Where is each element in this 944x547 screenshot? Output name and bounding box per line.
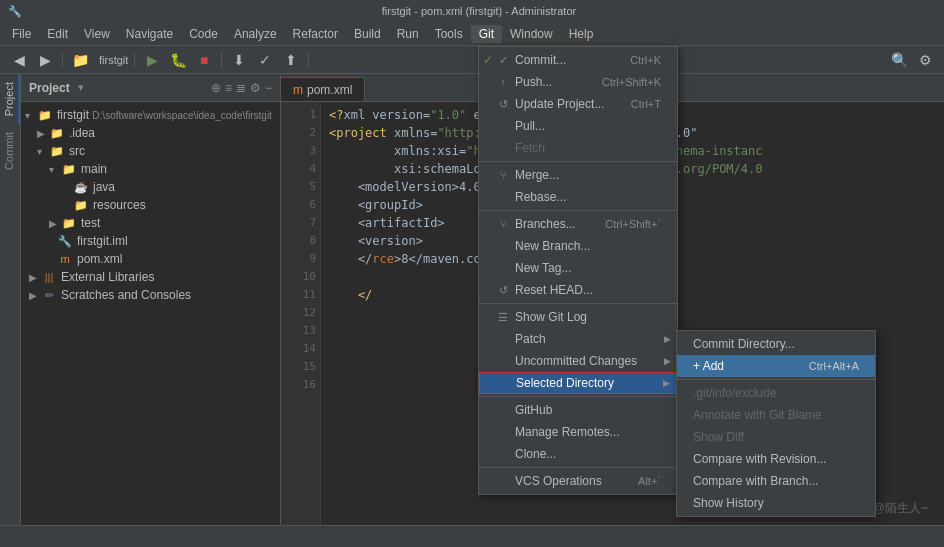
subdir-compare-revision[interactable]: Compare with Revision... — [677, 448, 875, 470]
git-menu-commit[interactable]: ✓ Commit... Ctrl+K — [479, 49, 677, 71]
git-update-label: Update Project... — [515, 97, 604, 111]
tree-item-pom-xml[interactable]: ▶ m pom.xml — [21, 250, 280, 268]
git-push-shortcut: Ctrl+Shift+K — [602, 76, 661, 88]
git-reset-label: Reset HEAD... — [515, 283, 593, 297]
panel-collapse-icon[interactable]: ≡ — [225, 81, 232, 95]
menu-tools[interactable]: Tools — [427, 25, 471, 43]
panel-locate-icon[interactable]: ⊕ — [211, 81, 221, 95]
test-label: test — [81, 216, 100, 230]
compare-branch-label: Compare with Branch... — [693, 474, 818, 488]
panel-options-icon[interactable]: ≣ — [236, 81, 246, 95]
menu-view[interactable]: View — [76, 25, 118, 43]
subdir-gitinfo[interactable]: .git/info/exclude — [677, 382, 875, 404]
pom-icon: m — [57, 251, 73, 267]
toolbar-project-btn[interactable]: 📁 — [69, 49, 91, 71]
git-menu-selected-dir[interactable]: Selected Directory — [479, 372, 677, 394]
tab-xml-icon: m — [293, 83, 303, 97]
menu-code[interactable]: Code — [181, 25, 226, 43]
menu-window[interactable]: Window — [502, 25, 561, 43]
tree-item-test[interactable]: ▶ 📁 test — [21, 214, 280, 232]
toolbar-run-btn[interactable]: ▶ — [141, 49, 163, 71]
git-menu-vcs-ops[interactable]: VCS Operations Alt+` — [479, 470, 677, 492]
tree-item-java[interactable]: ▶ ☕ java — [21, 178, 280, 196]
panel-header: Project ▾ ⊕ ≡ ≣ ⚙ − — [21, 74, 280, 102]
tree-item-scratches[interactable]: ▶ ✏ Scratches and Consoles — [21, 286, 280, 304]
panel-gear-icon[interactable]: ⚙ — [250, 81, 261, 95]
git-menu-new-tag[interactable]: New Tag... — [479, 257, 677, 279]
subdir-commit-dir[interactable]: Commit Directory... — [677, 333, 875, 355]
git-menu-merge[interactable]: ⑂ Merge... — [479, 164, 677, 186]
git-menu-new-branch[interactable]: New Branch... — [479, 235, 677, 257]
editor-tab-pom[interactable]: m pom.xml — [281, 77, 365, 101]
git-menu-show-log[interactable]: ☰ Show Git Log — [479, 306, 677, 328]
subdir-compare-branch[interactable]: Compare with Branch... — [677, 470, 875, 492]
subdir-show-history[interactable]: Show History — [677, 492, 875, 514]
src-arrow: ▾ — [37, 146, 49, 157]
menu-edit[interactable]: Edit — [39, 25, 76, 43]
toolbar-search-btn[interactable]: 🔍 — [888, 49, 910, 71]
git-menu-patch[interactable]: Patch — [479, 328, 677, 350]
selected-dir-submenu: Commit Directory... + Add Ctrl+Alt+A .gi… — [676, 330, 876, 517]
add-shortcut: Ctrl+Alt+A — [809, 360, 859, 372]
idea-label: .idea — [69, 126, 95, 140]
panel-dropdown-arrow[interactable]: ▾ — [78, 81, 84, 94]
tree-item-resources[interactable]: ▶ 📁 resources — [21, 196, 280, 214]
git-menu-push[interactable]: ↑ Push... Ctrl+Shift+K — [479, 71, 677, 93]
window-title: firstgit - pom.xml (firstgit) - Administ… — [22, 5, 936, 17]
title-bar: 🔧 firstgit - pom.xml (firstgit) - Admini… — [0, 0, 944, 22]
git-menu-uncommitted[interactable]: Uncommitted Changes — [479, 350, 677, 372]
show-history-label: Show History — [693, 496, 764, 510]
commit-check-icon: ✓ — [495, 54, 511, 67]
tree-item-main[interactable]: ▾ 📁 main — [21, 160, 280, 178]
git-menu-manage-remotes[interactable]: Manage Remotes... — [479, 421, 677, 443]
git-menu-rebase[interactable]: Rebase... — [479, 186, 677, 208]
menu-refactor[interactable]: Refactor — [285, 25, 346, 43]
toolbar-back-btn[interactable]: ◀ — [8, 49, 30, 71]
iml-icon: 🔧 — [57, 233, 73, 249]
git-menu-github[interactable]: GitHub — [479, 399, 677, 421]
git-selected-dir-label: Selected Directory — [516, 376, 614, 390]
tab-pom-label: pom.xml — [307, 83, 352, 97]
toolbar-git-push-btn[interactable]: ⬆ — [280, 49, 302, 71]
root-path: D:\software\workspace\idea_code\firstgit — [92, 110, 272, 121]
subdir-add[interactable]: + Add Ctrl+Alt+A — [677, 355, 875, 377]
git-uncommitted-label: Uncommitted Changes — [515, 354, 637, 368]
menu-build[interactable]: Build — [346, 25, 389, 43]
tree-item-external-libs[interactable]: ▶ ||| External Libraries — [21, 268, 280, 286]
menu-file[interactable]: File — [4, 25, 39, 43]
git-update-shortcut: Ctrl+T — [631, 98, 661, 110]
git-menu-update[interactable]: ↺ Update Project... Ctrl+T — [479, 93, 677, 115]
git-menu-fetch[interactable]: Fetch — [479, 137, 677, 159]
toolbar-forward-btn[interactable]: ▶ — [34, 49, 56, 71]
git-menu-reset-head[interactable]: ↺ Reset HEAD... — [479, 279, 677, 301]
subdir-annotate[interactable]: Annotate with Git Blame — [677, 404, 875, 426]
subdir-show-diff[interactable]: Show Diff — [677, 426, 875, 448]
panel-close-icon[interactable]: − — [265, 81, 272, 95]
tree-item-firstgit-iml[interactable]: ▶ 🔧 firstgit.iml — [21, 232, 280, 250]
git-clone-label: Clone... — [515, 447, 556, 461]
toolbar-separator-3 — [221, 52, 222, 68]
side-tab-commit[interactable]: Commit — [0, 124, 20, 178]
menu-git[interactable]: Git — [471, 25, 502, 43]
tree-item-src[interactable]: ▾ 📁 src — [21, 142, 280, 160]
menu-navigate[interactable]: Navigate — [118, 25, 181, 43]
menu-analyze[interactable]: Analyze — [226, 25, 285, 43]
git-menu-pull[interactable]: Pull... — [479, 115, 677, 137]
git-patch-label: Patch — [515, 332, 546, 346]
toolbar-stop-btn[interactable]: ■ — [193, 49, 215, 71]
git-menu-branches[interactable]: ⑂ Branches... Ctrl+Shift+` — [479, 213, 677, 235]
tree-root[interactable]: ▾ 📁 firstgit D:\software\workspace\idea_… — [21, 106, 280, 124]
toolbar-separator-2 — [134, 52, 135, 68]
menu-help[interactable]: Help — [561, 25, 602, 43]
toolbar-settings-btn[interactable]: ⚙ — [914, 49, 936, 71]
toolbar-git-commit-btn[interactable]: ✓ — [254, 49, 276, 71]
toolbar-debug-btn[interactable]: 🐛 — [167, 49, 189, 71]
tree-item-idea[interactable]: ▶ 📁 .idea — [21, 124, 280, 142]
root-folder-icon: 📁 — [37, 107, 53, 123]
side-tab-project[interactable]: Project — [0, 74, 20, 124]
toolbar-git-update-btn[interactable]: ⬇ — [228, 49, 250, 71]
menu-run[interactable]: Run — [389, 25, 427, 43]
git-menu-clone[interactable]: Clone... — [479, 443, 677, 465]
git-sep-1 — [479, 161, 677, 162]
idea-icon: 📁 — [49, 125, 65, 141]
